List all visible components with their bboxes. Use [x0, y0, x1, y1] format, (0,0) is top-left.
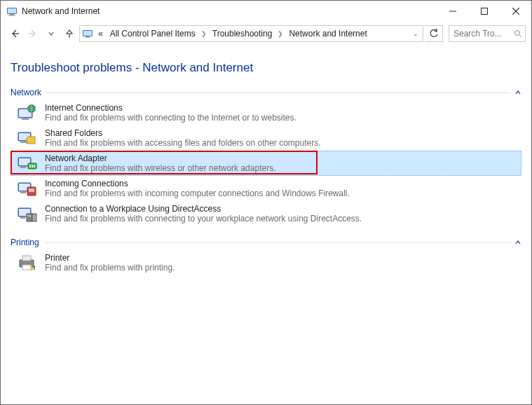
- titlebar: Network and Internet: [1, 1, 531, 22]
- item-desc: Find and fix problems with connecting to…: [45, 113, 296, 123]
- shared-folders-icon: [17, 128, 38, 148]
- window-controls: [437, 1, 531, 22]
- section-label: Network: [11, 88, 41, 97]
- search-input[interactable]: [452, 28, 511, 39]
- window: Network and Internet « All Control Panel…: [0, 0, 532, 405]
- svg-rect-24: [29, 165, 31, 167]
- troubleshooter-directaccess[interactable]: Connection to a Workplace Using DirectAc…: [11, 201, 521, 226]
- svg-rect-39: [22, 265, 31, 270]
- svg-rect-3: [8, 15, 15, 16]
- item-desc: Find and fix problems with connecting to…: [45, 214, 362, 224]
- address-icon: [81, 27, 94, 40]
- breadcrumb-item[interactable]: Network and Internet: [286, 29, 369, 39]
- svg-rect-12: [83, 31, 92, 36]
- system-icon: [6, 6, 18, 17]
- refresh-button[interactable]: [425, 25, 443, 42]
- close-button[interactable]: [500, 1, 531, 22]
- section-body-printing: Printer Find and fix problems with print…: [11, 250, 521, 275]
- chevron-right-icon[interactable]: ❯: [276, 30, 285, 37]
- network-adapter-icon: [17, 153, 38, 173]
- breadcrumb-item[interactable]: All Control Panel Items: [107, 29, 198, 39]
- search-box[interactable]: [449, 25, 526, 42]
- svg-rect-13: [86, 36, 90, 38]
- svg-point-14: [515, 31, 520, 36]
- svg-line-15: [519, 35, 521, 37]
- directaccess-icon: [17, 204, 38, 224]
- up-button[interactable]: [61, 25, 78, 42]
- svg-rect-30: [29, 188, 34, 192]
- svg-rect-33: [27, 214, 32, 221]
- item-desc: Find and fix problems with wireless or o…: [45, 163, 275, 173]
- item-title: Incoming Connections: [45, 179, 350, 188]
- item-title: Connection to a Workplace Using DirectAc…: [45, 204, 362, 214]
- svg-rect-25: [32, 165, 33, 167]
- item-desc: Find and fix problems with accessing fil…: [45, 138, 321, 148]
- svg-rect-35: [27, 215, 29, 217]
- back-button[interactable]: [6, 25, 23, 42]
- item-title: Internet Connections: [45, 103, 296, 113]
- item-title: Shared Folders: [45, 128, 321, 138]
- section-label: Printing: [11, 238, 39, 247]
- minimize-button[interactable]: [437, 1, 468, 22]
- svg-rect-38: [22, 256, 31, 261]
- troubleshooter-incoming-connections[interactable]: Incoming Connections Find and fix proble…: [11, 176, 521, 201]
- troubleshooter-printer[interactable]: Printer Find and fix problems with print…: [11, 250, 521, 275]
- collapse-icon[interactable]: [514, 89, 521, 96]
- svg-rect-26: [34, 165, 35, 167]
- troubleshooter-shared-folders[interactable]: Shared Folders Find and fix problems wit…: [11, 125, 521, 151]
- svg-rect-2: [10, 14, 14, 15]
- maximize-button[interactable]: [468, 1, 500, 22]
- incoming-connections-icon: [17, 179, 38, 198]
- svg-rect-5: [481, 8, 487, 15]
- globe-monitor-icon: [17, 103, 38, 123]
- breadcrumb-prefix: «: [95, 29, 106, 39]
- svg-rect-1: [8, 8, 16, 13]
- section-divider: [47, 92, 510, 93]
- titlebar-left: Network and Internet: [6, 6, 100, 17]
- address-dropdown[interactable]: ⌄: [410, 30, 421, 37]
- recent-dropdown[interactable]: [43, 25, 60, 42]
- troubleshooter-network-adapter[interactable]: Network Adapter Find and fix problems wi…: [11, 151, 521, 176]
- section-header-network[interactable]: Network: [11, 88, 521, 97]
- forward-button[interactable]: [25, 25, 41, 42]
- navbar: « All Control Panel Items ❯ Troubleshoot…: [1, 22, 531, 46]
- item-desc: Find and fix problems with printing.: [45, 263, 175, 273]
- item-title: Printer: [45, 253, 175, 263]
- printer-icon: [17, 253, 38, 273]
- search-icon: [514, 29, 522, 38]
- breadcrumb-item[interactable]: Troubleshooting: [210, 29, 275, 39]
- address-bar[interactable]: « All Control Panel Items ❯ Troubleshoot…: [79, 25, 423, 42]
- window-title: Network and Internet: [22, 6, 100, 16]
- page-title: Troubleshoot problems - Network and Inte…: [11, 61, 521, 75]
- troubleshooter-internet-connections[interactable]: Internet Connections Find and fix proble…: [11, 100, 521, 125]
- collapse-icon[interactable]: [514, 239, 521, 246]
- item-desc: Find and fix problems with incoming comp…: [45, 188, 350, 198]
- content-area: Troubleshoot problems - Network and Inte…: [1, 46, 531, 404]
- section-header-printing[interactable]: Printing: [11, 238, 521, 247]
- svg-rect-34: [32, 214, 36, 221]
- svg-rect-36: [29, 215, 31, 217]
- chevron-right-icon[interactable]: ❯: [200, 30, 208, 37]
- section-body-network: Internet Connections Find and fix proble…: [11, 100, 521, 226]
- item-title: Network Adapter: [45, 153, 275, 163]
- section-divider: [45, 242, 510, 243]
